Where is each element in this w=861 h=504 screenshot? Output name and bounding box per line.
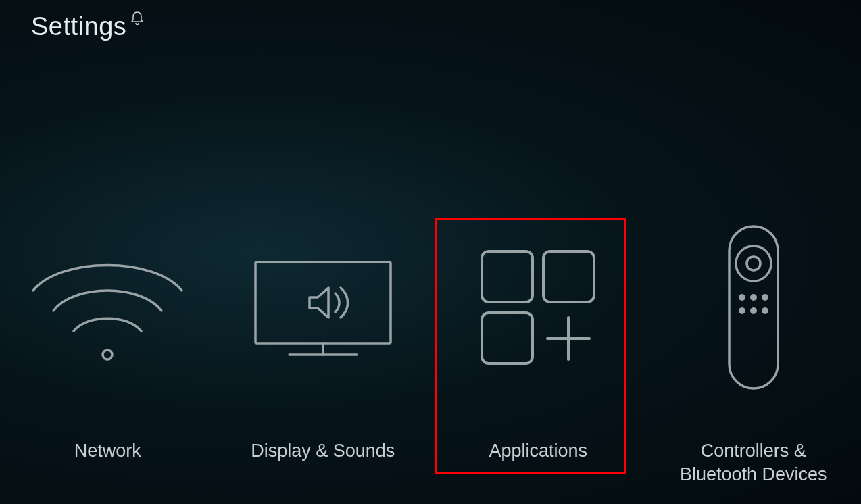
tile-label-network: Network xyxy=(74,439,141,463)
tile-controllers-bluetooth[interactable]: Controllers & Bluetooth Devices xyxy=(656,223,852,486)
svg-point-10 xyxy=(736,246,771,281)
display-sounds-icon xyxy=(242,223,404,392)
tile-display-sounds[interactable]: Display & Sounds xyxy=(225,223,421,463)
apps-icon xyxy=(474,223,602,392)
page-title: Settings xyxy=(31,12,126,41)
svg-point-16 xyxy=(750,307,757,314)
tile-label-display-sounds: Display & Sounds xyxy=(251,439,395,463)
header: Settings xyxy=(31,12,144,41)
svg-point-12 xyxy=(739,294,745,301)
notification-bell-icon[interactable] xyxy=(130,11,144,26)
svg-rect-6 xyxy=(482,313,533,363)
svg-point-0 xyxy=(103,350,112,359)
tile-label-controllers-bluetooth: Controllers & Bluetooth Devices xyxy=(680,439,827,486)
svg-point-14 xyxy=(762,294,768,301)
remote-icon xyxy=(720,223,787,392)
wifi-icon xyxy=(20,223,195,392)
svg-point-17 xyxy=(762,307,768,314)
svg-point-11 xyxy=(747,257,760,270)
settings-tiles-row: Network Display & Sounds xyxy=(0,223,861,486)
tile-label-applications: Applications xyxy=(489,439,587,463)
svg-rect-5 xyxy=(543,251,594,302)
svg-point-13 xyxy=(750,294,757,301)
tile-network[interactable]: Network xyxy=(9,223,205,463)
svg-rect-1 xyxy=(255,262,391,343)
tile-applications[interactable]: Applications xyxy=(440,223,636,463)
svg-point-15 xyxy=(739,307,745,314)
svg-rect-4 xyxy=(482,251,533,302)
